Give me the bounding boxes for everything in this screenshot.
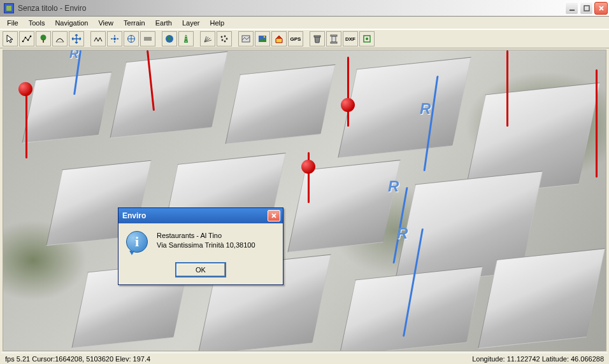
svg-point-3 [22, 41, 24, 43]
marker-pole-red[interactable] [506, 50, 508, 127]
app-icon [4, 3, 14, 13]
window-title: Senza titolo - Enviro [17, 4, 565, 13]
svg-point-12 [221, 36, 223, 38]
target-box-icon[interactable] [359, 31, 375, 46]
dxf-icon[interactable]: DXF [343, 31, 358, 46]
globe-icon[interactable] [162, 31, 177, 46]
svg-point-25 [366, 38, 368, 40]
window-controls [565, 2, 608, 15]
svg-point-13 [224, 36, 226, 38]
menu-view[interactable]: View [94, 18, 118, 28]
minimize-button[interactable] [565, 2, 578, 15]
svg-point-16 [224, 41, 226, 43]
dialog-line1: Restaurants - Al Tino [157, 231, 255, 241]
svg-rect-20 [314, 36, 320, 37]
svg-point-15 [222, 39, 224, 41]
svg-point-5 [27, 39, 29, 41]
status-right: Longitude: 11.122742 Latitude: 46.066288 [472, 355, 604, 363]
picture-color-icon[interactable] [255, 31, 270, 46]
svg-rect-0 [6, 6, 11, 11]
marker-pole-red[interactable] [347, 57, 349, 127]
info-icon: i [126, 231, 148, 253]
menu-bar: File Tools Navigation View Terrain Earth… [0, 17, 609, 29]
marker-r-label: R [420, 100, 431, 118]
svg-point-9 [113, 38, 116, 40]
dots-grid-icon[interactable] [217, 31, 232, 46]
menu-help[interactable]: Help [206, 18, 229, 28]
menu-tools[interactable]: Tools [24, 18, 50, 28]
path-icon[interactable] [52, 31, 68, 46]
svg-rect-23 [331, 42, 337, 43]
dialog-message: Restaurants - Al Tino Via Santissima Tri… [157, 231, 255, 250]
maximize-button[interactable] [580, 2, 593, 15]
svg-rect-2 [584, 6, 589, 11]
repeat-icon[interactable] [90, 31, 106, 46]
house-icon[interactable] [271, 31, 287, 46]
dialog-close-button[interactable] [268, 210, 280, 221]
status-bar: fps 5.21 Cursor:1664208, 5103620 Elev: 1… [1, 353, 608, 364]
svg-rect-1 [570, 10, 575, 11]
fan-rays-icon[interactable] [200, 31, 215, 46]
four-arrows-icon[interactable] [107, 31, 122, 46]
svg-point-4 [25, 37, 27, 39]
marker-r-label: R [397, 225, 408, 242]
dialog-title-text: Enviro [121, 211, 268, 220]
marker-sphere-red[interactable] [301, 160, 315, 174]
marker-sphere-red[interactable] [18, 82, 32, 96]
window-titlebar: Senza titolo - Enviro [0, 0, 609, 17]
viewport-3d[interactable]: R R R R [3, 50, 606, 351]
toolbar: GPS DXF [0, 29, 609, 48]
move-icon[interactable] [69, 31, 84, 46]
marker-pole-red[interactable] [596, 69, 598, 178]
fence-icon[interactable] [19, 31, 34, 46]
close-button[interactable] [594, 2, 608, 15]
marker-sphere-red[interactable] [341, 98, 355, 112]
road-icon[interactable] [178, 31, 194, 46]
layers-line-icon[interactable] [140, 31, 155, 46]
menu-layer[interactable]: Layer [178, 18, 204, 28]
tree-icon[interactable] [36, 31, 51, 46]
svg-rect-21 [332, 36, 336, 42]
column-icon[interactable] [326, 31, 341, 46]
pointer-icon[interactable] [3, 31, 18, 46]
compass-icon[interactable] [124, 31, 139, 46]
menu-earth[interactable]: Earth [151, 18, 176, 28]
svg-rect-8 [43, 39, 44, 43]
marker-r-label: R [69, 50, 78, 61]
dialog-titlebar[interactable]: Enviro [118, 208, 283, 223]
picture-flat-icon[interactable] [238, 31, 254, 46]
menu-terrain[interactable]: Terrain [119, 18, 150, 28]
svg-rect-22 [331, 35, 337, 36]
info-dialog: Enviro i Restaurants - Al Tino Via Santi… [118, 207, 283, 285]
trash-icon[interactable] [310, 31, 325, 46]
menu-navigation[interactable]: Navigation [50, 18, 92, 28]
svg-point-6 [30, 36, 32, 38]
status-left: fps 5.21 Cursor:1664208, 5103620 Elev: 1… [5, 355, 150, 363]
dialog-line2: Via Santissima Trinità 10,38100 [157, 241, 255, 250]
ok-button[interactable]: OK [176, 263, 226, 277]
marker-r-label: R [388, 178, 399, 195]
menu-file[interactable]: File [3, 18, 23, 28]
svg-point-19 [264, 36, 266, 38]
gps-icon[interactable]: GPS [288, 31, 303, 46]
svg-point-14 [226, 38, 228, 40]
marker-pole-red[interactable] [25, 88, 27, 158]
